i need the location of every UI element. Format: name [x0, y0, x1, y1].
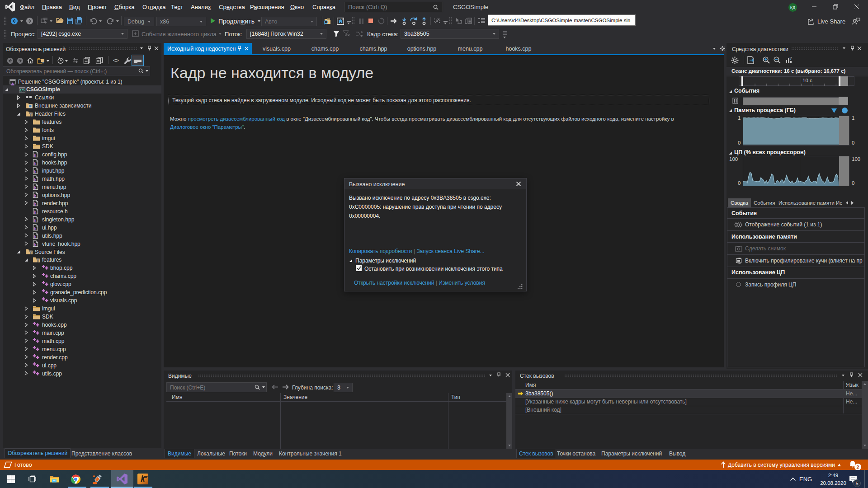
- svg-text:h: h: [34, 153, 37, 158]
- svg-text:h: h: [34, 161, 37, 166]
- svg-text:?: ?: [789, 56, 792, 61]
- svg-text:h: h: [34, 226, 37, 231]
- svg-text:h: h: [34, 218, 37, 223]
- svg-text:h: h: [34, 243, 37, 247]
- svg-text:h: h: [34, 169, 37, 174]
- svg-text:h: h: [34, 186, 37, 190]
- svg-text:h: h: [34, 178, 37, 182]
- svg-text:h: h: [34, 202, 37, 206]
- svg-text:h: h: [34, 235, 37, 239]
- svg-text:h: h: [34, 210, 37, 215]
- svg-text:h: h: [34, 194, 37, 198]
